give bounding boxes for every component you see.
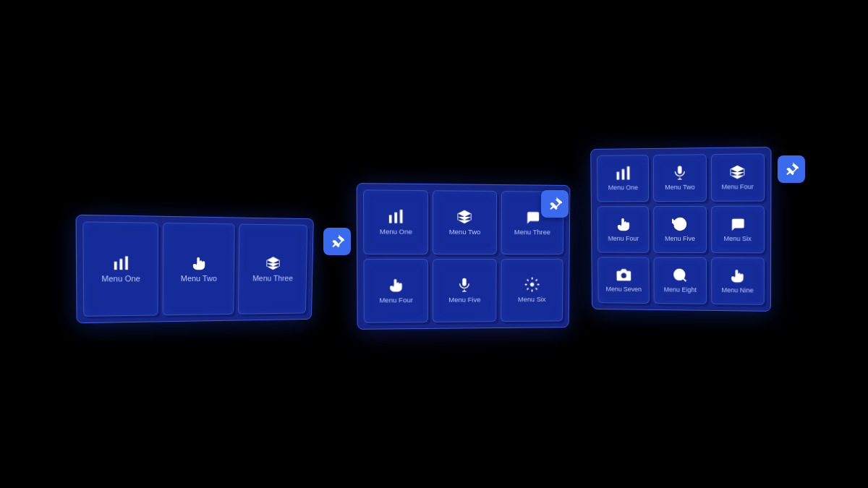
panel3-item-menu-eight[interactable]: Menu Eight bbox=[654, 257, 707, 304]
panel3-item-menu-six-label: Menu Six bbox=[724, 235, 752, 243]
mic-icon bbox=[456, 277, 472, 293]
hand-icon bbox=[388, 277, 404, 293]
hand-icon bbox=[191, 255, 207, 271]
panel3-item-menu-two-label: Menu Two bbox=[665, 184, 694, 192]
svg-rect-0 bbox=[114, 262, 117, 270]
panel1-item-menu-two-label: Menu Two bbox=[181, 274, 217, 283]
svg-rect-3 bbox=[389, 215, 392, 223]
panel2-item-menu-five[interactable]: Menu Five bbox=[433, 259, 496, 322]
refresh-icon bbox=[672, 216, 688, 232]
panel-3-grid: Menu OneMenu TwoMenu FourMenu FourMenu F… bbox=[591, 147, 770, 311]
pin-icon bbox=[330, 234, 344, 249]
panel3-item-menu-seven[interactable]: Menu Seven bbox=[597, 257, 650, 304]
cube-icon bbox=[730, 164, 746, 181]
panel1-item-menu-three-label: Menu Three bbox=[252, 274, 293, 283]
panel2-item-menu-two-label: Menu Two bbox=[449, 228, 481, 236]
hand-icon bbox=[730, 267, 746, 283]
panel2-item-menu-six[interactable]: Menu Six bbox=[501, 259, 563, 322]
panel3-item-menu-four2[interactable]: Menu Four bbox=[597, 206, 650, 253]
svg-point-13 bbox=[674, 270, 685, 281]
svg-rect-1 bbox=[119, 259, 122, 270]
svg-rect-6 bbox=[463, 278, 467, 286]
svg-rect-10 bbox=[626, 166, 629, 179]
cube-icon bbox=[265, 255, 281, 271]
barchart-icon bbox=[113, 254, 129, 271]
pin-icon bbox=[784, 162, 799, 176]
panel-3-pin-button[interactable] bbox=[778, 155, 805, 183]
panel-1-pin-button[interactable] bbox=[323, 228, 351, 255]
panel3-item-menu-one-label: Menu One bbox=[608, 184, 638, 192]
svg-rect-11 bbox=[678, 166, 682, 174]
panel1-item-menu-two[interactable]: Menu Two bbox=[163, 223, 235, 315]
panel2-item-menu-four-label: Menu Four bbox=[379, 296, 413, 305]
panel3-item-menu-seven-label: Menu Seven bbox=[606, 286, 642, 294]
pin-icon bbox=[548, 197, 562, 211]
panel-2: Menu OneMenu TwoMenu ThreeMenu FourMenu … bbox=[357, 183, 571, 330]
panel3-item-menu-one[interactable]: Menu One bbox=[597, 155, 649, 202]
panel2-item-menu-two[interactable]: Menu Two bbox=[433, 190, 497, 254]
svg-rect-9 bbox=[621, 169, 624, 180]
panel3-item-menu-eight-label: Menu Eight bbox=[664, 286, 697, 294]
panel-3: Menu OneMenu TwoMenu FourMenu FourMenu F… bbox=[590, 147, 771, 312]
camera-icon bbox=[616, 267, 631, 283]
panel-2-grid: Menu OneMenu TwoMenu ThreeMenu FourMenu … bbox=[357, 184, 570, 329]
svg-rect-8 bbox=[616, 172, 619, 180]
svg-point-7 bbox=[530, 283, 534, 286]
panel2-item-menu-three-label: Menu Three bbox=[514, 228, 550, 236]
panel3-item-menu-six[interactable]: Menu Six bbox=[711, 206, 765, 254]
panel3-item-menu-four2-label: Menu Four bbox=[608, 235, 639, 243]
panel2-item-menu-four[interactable]: Menu Four bbox=[363, 259, 428, 323]
panel-1: Menu OneMenu TwoMenu Three bbox=[76, 215, 314, 324]
chat-icon bbox=[524, 210, 540, 226]
svg-rect-5 bbox=[400, 210, 403, 223]
panel1-item-menu-one[interactable]: Menu One bbox=[82, 221, 158, 317]
svg-rect-2 bbox=[125, 256, 128, 270]
panel1-item-menu-three[interactable]: Menu Three bbox=[238, 224, 307, 314]
panel1-item-menu-one-label: Menu One bbox=[102, 274, 140, 284]
panel-2-pin-button[interactable] bbox=[541, 190, 569, 218]
hand-icon bbox=[616, 216, 631, 232]
chat-icon bbox=[730, 216, 746, 232]
svg-line-14 bbox=[683, 278, 686, 281]
panel2-item-menu-one-label: Menu One bbox=[380, 228, 412, 236]
cube-icon bbox=[457, 209, 473, 225]
panel2-item-menu-one[interactable]: Menu One bbox=[363, 189, 428, 254]
panel3-item-menu-five-label: Menu Five bbox=[665, 235, 695, 243]
panel3-item-menu-four-label: Menu Four bbox=[722, 183, 754, 191]
barchart-icon bbox=[388, 208, 404, 224]
panel-1-grid: Menu OneMenu TwoMenu Three bbox=[77, 215, 313, 322]
panel2-item-menu-six-label: Menu Six bbox=[518, 296, 546, 304]
panel3-item-menu-two[interactable]: Menu Two bbox=[653, 154, 706, 202]
svg-rect-4 bbox=[394, 213, 397, 223]
barchart-icon bbox=[615, 165, 631, 181]
gear-icon bbox=[524, 277, 540, 293]
panel3-item-menu-five[interactable]: Menu Five bbox=[653, 206, 706, 253]
panel3-item-menu-four[interactable]: Menu Four bbox=[711, 153, 765, 202]
panel3-item-menu-nine-label: Menu Nine bbox=[722, 286, 754, 294]
panel2-item-menu-five-label: Menu Five bbox=[448, 296, 480, 304]
search-icon bbox=[672, 267, 688, 283]
mic-icon bbox=[672, 165, 688, 181]
panel3-item-menu-nine[interactable]: Menu Nine bbox=[711, 257, 765, 305]
scene: Menu OneMenu TwoMenu Three Menu OneMenu … bbox=[0, 0, 868, 488]
